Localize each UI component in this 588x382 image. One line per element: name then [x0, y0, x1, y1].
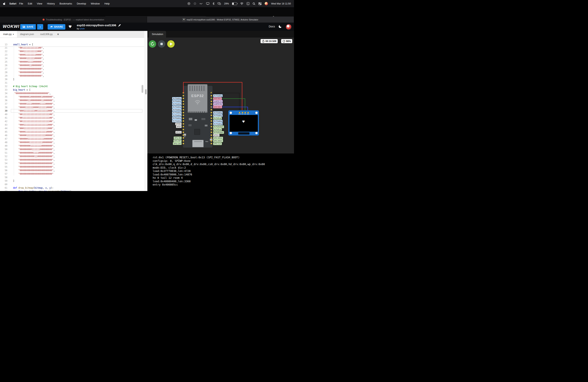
- pin-label-in-pull-up[interactable]: IN Pull-up: [213, 128, 222, 131]
- pin-label-spi1-clk[interactable]: SPI1 CLK: [213, 142, 222, 145]
- menu-item-view[interactable]: View: [37, 2, 42, 5]
- pin-label-in-pull-down[interactable]: IN Pull-down: [213, 126, 224, 128]
- author-link[interactable]: urish: [80, 27, 84, 30]
- share-button[interactable]: SHARE: [48, 24, 65, 30]
- pin-label-spi1-mosi[interactable]: SPI1 MOSI: [213, 137, 223, 139]
- code-line-60[interactable]: 60: [0, 183, 144, 186]
- code-line-22[interactable]: 22 "0001111111111000",: [0, 50, 144, 53]
- menu-disc-icon[interactable]: [193, 2, 196, 5]
- menu-item-bookmarks[interactable]: Bookmarks: [60, 2, 72, 5]
- pin-label-in-floating[interactable]: IN Floating: [172, 97, 182, 100]
- code-line-57[interactable]: 57 "000000000000000000000000": [0, 172, 144, 176]
- pin-label-in-floating[interactable]: IN Floating: [213, 114, 223, 117]
- pin-label-mtdi[interactable]: MTDI: [176, 125, 182, 128]
- edit-pencil-icon[interactable]: [118, 24, 121, 27]
- menu-app-name[interactable]: Safari: [9, 2, 16, 5]
- code-line-37[interactable]: 37 "000001111000000111100000",: [0, 102, 144, 106]
- code-line-59[interactable]: 59]: [0, 179, 144, 183]
- code-line-28[interactable]: 28 "0000000000000000",: [0, 71, 144, 74]
- code-line-34[interactable]: 34 "000000000000000000000000",: [0, 92, 144, 95]
- screen-mirroring-icon[interactable]: [218, 2, 221, 5]
- display-icon[interactable]: [206, 2, 210, 5]
- menu-item-file[interactable]: File: [19, 2, 23, 5]
- code-line-52[interactable]: 52 "000000000001100000000000",: [0, 155, 144, 158]
- code-line-42[interactable]: 42 "001111111111111111111100",: [0, 120, 144, 123]
- code-line-39[interactable]: 39 "000111111110011111111000",: [0, 109, 144, 113]
- pin-label-in-pull-down[interactable]: IN Pull-down: [213, 131, 224, 134]
- code-line-29[interactable]: 29 "0000000000000000",: [0, 74, 144, 78]
- editor-tabs-dropdown-icon[interactable]: ▼: [56, 31, 61, 38]
- save-button[interactable]: SAVE: [20, 24, 36, 30]
- editor-tab-ssd1306py[interactable]: ssd1306.py: [37, 31, 56, 38]
- code-line-46[interactable]: 46 "000001111111111111100000",: [0, 134, 144, 137]
- bluetooth-icon[interactable]: [212, 2, 214, 5]
- code-line-25[interactable]: 25 "0000001111000000",: [0, 60, 144, 64]
- pin-label-mtms[interactable]: MTMS: [175, 123, 182, 125]
- menu-clock[interactable]: Wed Mar 18 11:50: [271, 2, 291, 5]
- code-line-31[interactable]: 31: [0, 81, 144, 85]
- pin-label-in-floating[interactable]: IN Floating: [172, 100, 182, 103]
- code-line-47[interactable]: 47 "000000111111111111000000",: [0, 137, 144, 141]
- code-line-41[interactable]: 41 "001111111111111111111100",: [0, 116, 144, 120]
- code-line-51[interactable]: 51 "000000000011110000000000",: [0, 151, 144, 155]
- code-line-54[interactable]: 54 "000000000000000000000000",: [0, 162, 144, 165]
- pin-label-in-floating[interactable]: IN Floating: [172, 117, 182, 120]
- browser-tab-esptool[interactable]: Troubleshooting - ESP32 - — esptool late…: [0, 17, 147, 22]
- docs-link[interactable]: Docs: [269, 25, 275, 28]
- menu-item-history[interactable]: History: [47, 2, 55, 5]
- record-indicator-icon[interactable]: [188, 2, 190, 5]
- keyboard-input-icon[interactable]: [247, 2, 250, 5]
- pin-label-in-floating[interactable]: IN Floating: [213, 120, 223, 123]
- code-line-36[interactable]: 36 "000000110000000011000000",: [0, 99, 144, 102]
- user-switcher-icon[interactable]: [265, 2, 268, 5]
- pin-label-in-floating[interactable]: IN Floating: [213, 111, 223, 114]
- menu-item-develop[interactable]: Develop: [77, 2, 86, 5]
- code-line-23[interactable]: 23 "0000111111110000",: [0, 53, 144, 57]
- pin-label-in-pull-up[interactable]: IN Pull-up: [213, 117, 222, 120]
- ssd1306-oled[interactable]: ♥ GNDVCCSCLSDA: [228, 110, 259, 136]
- code-line-33[interactable]: 33big_heart = [: [0, 88, 144, 92]
- pin-label-spi1-hd[interactable]: SPI1 HD: [174, 137, 182, 139]
- dark-mode-moon-icon[interactable]: [278, 25, 282, 28]
- code-line-43[interactable]: 43 "000111111111111111111000",: [0, 123, 144, 127]
- code-line-55[interactable]: 55 "000000000000000000000000",: [0, 165, 144, 169]
- pin-label-uart0-tx[interactable]: UART0 TX: [213, 100, 223, 103]
- menu-item-edit[interactable]: Edit: [28, 2, 32, 5]
- code-line-30[interactable]: 30]: [0, 78, 144, 81]
- pin-label-i2c0-scl[interactable]: I2C0 SCL: [213, 97, 222, 100]
- wokwi-logo[interactable]: WOKWI: [3, 24, 20, 29]
- like-heart-icon[interactable]: ♥: [68, 24, 72, 29]
- editor-tab-diagramjson[interactable]: diagram.json: [17, 31, 37, 38]
- sticky-scroll-line[interactable]: 13 small_heart = [: [0, 43, 144, 46]
- search-icon[interactable]: [252, 2, 255, 5]
- code-line-35[interactable]: 35 "000000010000000010000000",: [0, 95, 144, 99]
- code-line-27[interactable]: 27 "0000000000000000",: [0, 67, 144, 71]
- pin-label-mtdo[interactable]: MTDO: [213, 134, 220, 137]
- pane-splitter[interactable]: [144, 31, 147, 191]
- code-line-21[interactable]: 21 "0011111111111100",: [0, 46, 144, 50]
- apple-menu-icon[interactable]: [3, 2, 6, 5]
- pin-label-in-floating[interactable]: IN Floating: [172, 108, 182, 111]
- code-line-58[interactable]: 58: [0, 176, 144, 179]
- save-dropdown-button[interactable]: ▾: [37, 24, 43, 30]
- menu-item-help[interactable]: Help: [105, 2, 110, 5]
- code-line-24[interactable]: 24 "0000011111100000",: [0, 57, 144, 60]
- code-line-61[interactable]: 61def draw_bitmap(bitmap, x, y):: [0, 186, 144, 190]
- pin-label-in-floating[interactable]: IN Floating: [172, 120, 182, 122]
- code-line-45[interactable]: 45 "000011111111111111110000",: [0, 130, 144, 134]
- browser-tab-wokwi[interactable]: W esp32-micropython-ssd1306 - Wokwi ESP3…: [147, 17, 294, 22]
- code-line-53[interactable]: 53 "000000000000000000000000",: [0, 158, 144, 162]
- code-line-44[interactable]: 44 "000111111111111111111000",: [0, 127, 144, 130]
- pin-label-uart0-rx[interactable]: UART0 RX: [213, 103, 223, 106]
- simulation-canvas[interactable]: 00:10.509 98% ESP32: [147, 38, 294, 153]
- editor-tab-mainpy[interactable]: main.py ●: [0, 31, 17, 38]
- pin-label-i2c0-sda[interactable]: I2C0 SDA: [213, 106, 222, 108]
- code-line-56[interactable]: 56 "000000000000000000000000",: [0, 169, 144, 172]
- wifi-icon[interactable]: [240, 2, 243, 5]
- editor-scrollbar-thumb[interactable]: [142, 85, 143, 93]
- code-line-48[interactable]: 48 "000000011111111110000000",: [0, 141, 144, 144]
- pin-label-in-floating[interactable]: IN Floating: [172, 106, 182, 108]
- code-line-32[interactable]: 32# Big heart bitmap (24x24): [0, 85, 144, 88]
- tab-simulation[interactable]: Simulation: [149, 31, 166, 38]
- pin-label-in-floating[interactable]: IN Floating: [172, 111, 182, 114]
